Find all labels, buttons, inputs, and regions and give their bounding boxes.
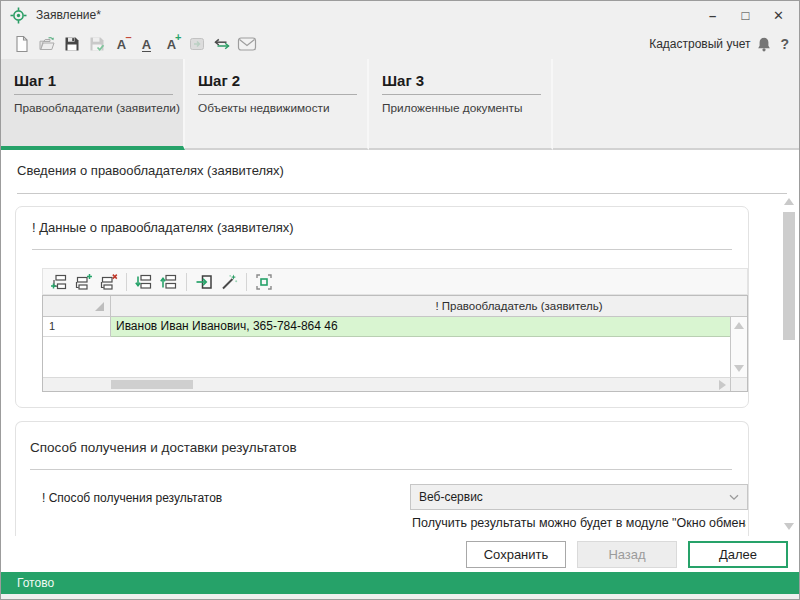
page-scroll-thumb[interactable]	[783, 212, 795, 340]
delivery-panel-divider	[30, 469, 732, 470]
scan-disabled-icon[interactable]	[185, 31, 208, 57]
grid-toolbar-separator	[126, 273, 127, 291]
owners-panel: ! Данные о правообладателях (заявителях)	[15, 206, 749, 408]
owners-panel-divider	[32, 249, 732, 250]
add-row-icon[interactable]	[48, 271, 70, 293]
delete-row-icon[interactable]	[98, 271, 120, 293]
tab-step-1-subtitle: Правообладатели (заявители)	[14, 101, 177, 115]
window-controls: – □ ✕	[696, 1, 795, 29]
next-button[interactable]: Далее	[688, 541, 788, 568]
tab-step-3-subtitle: Приложенные документы	[382, 101, 545, 115]
corner-triangle-icon	[95, 302, 104, 311]
scroll-down-icon[interactable]	[734, 365, 744, 372]
table-corner-cell[interactable]	[43, 296, 111, 317]
tab-step-3[interactable]: Шаг 3 Приложенные документы	[369, 59, 553, 150]
application-window: Заявление* – □ ✕ A– A	[0, 0, 800, 600]
tab-step-1-title: Шаг 1	[14, 72, 173, 95]
grid-toolbar-separator	[246, 273, 247, 291]
chevron-down-icon	[729, 494, 739, 501]
title-bar: Заявление* – □ ✕	[1, 1, 799, 29]
table-horizontal-scrollbar[interactable]	[43, 377, 730, 391]
table-column-header[interactable]: ! Правообладатель (заявитель)	[111, 296, 747, 317]
open-file-icon[interactable]	[35, 31, 58, 57]
grid-toolbar-separator	[186, 273, 187, 291]
move-row-down-icon[interactable]	[133, 271, 155, 293]
delivery-method-dropdown[interactable]: Веб-сервис	[410, 484, 748, 510]
owners-table: ! Правообладатель (заявитель) 1 Иванов И…	[42, 295, 748, 392]
page-scroll-up-icon[interactable]	[784, 198, 794, 205]
notifications-bell-icon[interactable]	[756, 36, 772, 52]
geo-point-app-icon	[10, 7, 27, 24]
back-button: Назад	[577, 541, 677, 568]
new-document-icon[interactable]	[10, 31, 33, 57]
save-icon[interactable]	[60, 31, 83, 57]
save-button[interactable]: Сохранить	[466, 541, 566, 568]
step-tabs: Шаг 1 Правообладатели (заявители) Шаг 2 …	[1, 59, 799, 150]
table-empty-area	[43, 337, 730, 377]
window-title: Заявление*	[36, 8, 101, 22]
hscroll-thumb[interactable]	[111, 380, 193, 389]
save-approved-icon[interactable]	[85, 31, 108, 57]
scroll-right-icon[interactable]	[719, 380, 726, 390]
help-icon[interactable]: ?	[778, 36, 791, 52]
tab-step-1[interactable]: Шаг 1 Правообладатели (заявители)	[1, 59, 185, 150]
table-vertical-scrollbar[interactable]	[730, 317, 747, 377]
import-icon[interactable]	[193, 271, 215, 293]
move-row-up-icon[interactable]	[158, 271, 180, 293]
tab-step-2[interactable]: Шаг 2 Объекты недвижимости	[185, 59, 369, 150]
page-scroll-down-icon[interactable]	[784, 523, 794, 530]
delivery-panel: Способ получения и доставки результатов …	[15, 421, 749, 536]
email-icon[interactable]	[235, 31, 258, 57]
transfer-arrows-icon[interactable]	[210, 31, 233, 57]
main-toolbar: A– A A+ Кадастровый учет ?	[1, 29, 799, 59]
status-bar: Готово	[1, 572, 799, 594]
status-text: Готово	[17, 576, 54, 590]
wizard-icon[interactable]	[218, 271, 240, 293]
tab-step-2-subtitle: Объекты недвижимости	[198, 101, 361, 115]
delivery-method-label: ! Способ получения результатов	[42, 491, 222, 505]
maximize-icon[interactable]: □	[729, 1, 762, 29]
toolbar-right-group: Кадастровый учет ?	[649, 29, 791, 59]
delivery-method-value: Веб-сервис	[419, 490, 483, 504]
toolbar-icon-group: A– A A+	[1, 31, 258, 57]
grid-toolbar	[42, 268, 748, 295]
minimize-icon[interactable]: –	[696, 1, 729, 29]
tab-step-3-title: Шаг 3	[382, 72, 541, 95]
page-scrollbar[interactable]	[782, 198, 796, 530]
font-normal-icon[interactable]: A	[135, 31, 158, 57]
module-label: Кадастровый учет	[649, 37, 750, 51]
expand-icon[interactable]	[253, 271, 275, 293]
scroll-up-icon[interactable]	[734, 322, 744, 329]
content-area: Сведения о правообладателях (заявителях)…	[1, 150, 799, 536]
section-divider	[17, 193, 787, 194]
footer-button-bar: Сохранить Назад Далее	[1, 536, 799, 572]
table-row-number[interactable]: 1	[43, 317, 111, 337]
table-scroll-corner	[730, 377, 747, 391]
table-row[interactable]: Иванов Иван Иванович, 365-784-864 46	[111, 317, 730, 337]
delivery-hint-text: Получить результаты можно будет в модуле…	[412, 516, 746, 530]
insert-row-icon[interactable]	[73, 271, 95, 293]
tabstrip-filler	[553, 59, 799, 150]
owners-panel-title: ! Данные о правообладателях (заявителях)	[32, 220, 294, 235]
delivery-panel-title: Способ получения и доставки результатов	[30, 440, 297, 455]
window-bottom-edge	[1, 594, 799, 599]
close-icon[interactable]: ✕	[762, 1, 795, 29]
tab-step-2-title: Шаг 2	[198, 72, 357, 95]
font-decrease-icon[interactable]: A–	[110, 31, 133, 57]
section-title: Сведения о правообладателях (заявителях)	[17, 163, 284, 178]
font-increase-icon[interactable]: A+	[160, 31, 183, 57]
